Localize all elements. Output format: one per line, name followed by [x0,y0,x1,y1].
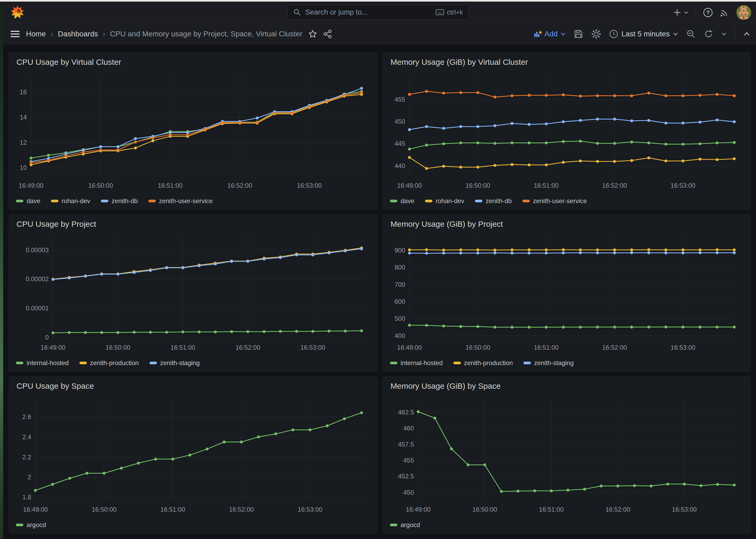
data-point-zenith-user-service[interactable] [64,155,67,157]
data-point-internal-hosted[interactable] [596,326,599,329]
data-point-zenith-staging[interactable] [476,252,479,255]
data-point-zenith-user-service[interactable] [716,93,719,96]
data-point-zenith-staging[interactable] [344,249,347,252]
legend-item-dave[interactable]: dave [16,197,40,205]
data-point-argocd[interactable] [434,417,437,420]
legend-item-zenith-production[interactable]: zenith-production [79,359,139,367]
legend-item-zenith-db[interactable]: zenith-db [101,197,138,205]
data-point-zenith-production[interactable] [425,248,428,251]
legend-item-zenith-staging[interactable]: zenith-staging [150,359,200,367]
data-point-zenith-staging[interactable] [545,252,548,255]
data-point-dave[interactable] [494,142,496,145]
data-point-zenith-user-service[interactable] [562,94,565,96]
data-point-zenith-db[interactable] [562,120,565,123]
panel-title-cpu-by-project[interactable]: CPU Usage by Project [17,220,96,229]
data-point-argocd[interactable] [567,489,569,492]
data-point-zenith-user-service[interactable] [681,94,684,97]
data-point-internal-hosted[interactable] [681,326,684,329]
favorite-star-icon[interactable] [308,30,317,38]
legend-item-zenith-db[interactable]: zenith-db [475,197,512,205]
data-point-zenith-staging[interactable] [494,252,496,254]
share-icon[interactable] [323,30,332,38]
data-point-rohan-dev[interactable] [511,163,514,166]
data-point-argocd[interactable] [417,410,420,413]
data-point-argocd[interactable] [206,448,209,451]
data-point-zenith-staging[interactable] [562,252,565,254]
data-point-zenith-db[interactable] [494,124,496,127]
legend-item-zenith-user-service[interactable]: zenith-user-service [148,197,213,205]
data-point-zenith-user-service[interactable] [733,94,736,97]
data-point-zenith-user-service[interactable] [256,121,258,124]
data-point-argocd[interactable] [500,490,503,493]
data-point-zenith-user-service[interactable] [239,121,241,124]
data-point-internal-hosted[interactable] [360,329,363,332]
data-point-internal-hosted[interactable] [68,331,71,334]
data-point-zenith-user-service[interactable] [511,94,514,97]
data-point-zenith-staging[interactable] [408,252,411,255]
data-point-zenith-staging[interactable] [133,271,136,274]
data-point-argocd[interactable] [137,462,140,465]
data-point-rohan-dev[interactable] [476,166,479,169]
data-point-zenith-user-service[interactable] [169,133,172,136]
data-point-internal-hosted[interactable] [279,330,282,333]
data-point-dave[interactable] [528,141,531,144]
data-point-zenith-staging[interactable] [279,256,282,259]
data-point-zenith-db[interactable] [664,121,667,124]
panel-title-memory-by-space[interactable]: Memory Usage (GiB) by Space [390,382,501,391]
data-point-zenith-staging[interactable] [327,252,330,254]
data-point-internal-hosted[interactable] [198,331,201,334]
data-point-argocd[interactable] [292,428,294,431]
data-point-zenith-production[interactable] [528,249,531,252]
data-point-dave[interactable] [30,157,33,160]
data-point-argocd[interactable] [154,458,157,461]
data-point-zenith-user-service[interactable] [664,94,667,97]
data-point-argocd[interactable] [309,428,311,431]
data-point-rohan-dev[interactable] [442,165,445,168]
data-point-rohan-dev[interactable] [716,158,719,161]
data-point-zenith-db[interactable] [511,122,514,125]
data-point-rohan-dev[interactable] [151,139,154,142]
data-point-argocd[interactable] [650,485,653,488]
data-point-zenith-staging[interactable] [613,252,616,254]
data-point-zenith-production[interactable] [596,249,599,252]
time-range-picker[interactable]: Last 5 minutes [609,30,678,38]
data-point-internal-hosted[interactable] [716,326,719,329]
data-point-zenith-staging[interactable] [733,252,736,254]
data-point-argocd[interactable] [483,463,486,466]
data-point-dave[interactable] [511,141,514,144]
data-point-zenith-staging[interactable] [596,252,599,254]
data-point-rohan-dev[interactable] [630,159,633,162]
data-point-zenith-staging[interactable] [681,252,684,254]
data-point-zenith-user-service[interactable] [545,94,548,97]
data-point-internal-hosted[interactable] [327,330,330,333]
data-point-zenith-user-service[interactable] [459,91,462,94]
data-point-zenith-user-service[interactable] [186,133,189,136]
menu-icon[interactable] [10,30,20,38]
data-point-zenith-user-service[interactable] [134,140,137,143]
data-point-zenith-db[interactable] [408,128,411,131]
search-input[interactable]: Search or jump to... ctrl+k [288,5,468,20]
data-point-internal-hosted[interactable] [116,331,119,334]
dashboard-settings-gear-icon[interactable] [591,29,601,39]
data-point-zenith-staging[interactable] [630,252,633,254]
grafana-logo-icon[interactable] [10,5,25,20]
chart-memory-by-space[interactable]: 450452.5455457.5460462.516:49:0016:50:00… [383,377,750,533]
data-point-dave[interactable] [630,140,633,143]
data-point-argocd[interactable] [240,440,243,443]
data-point-zenith-user-service[interactable] [204,128,207,131]
help-icon[interactable]: ? [703,7,713,18]
data-point-internal-hosted[interactable] [214,331,217,334]
data-point-zenith-production[interactable] [681,249,684,252]
data-point-zenith-user-service[interactable] [476,91,479,94]
data-point-zenith-production[interactable] [562,248,565,251]
panel-title-cpu-by-space[interactable]: CPU Usage by Space [17,382,94,391]
data-point-zenith-staging[interactable] [116,273,119,275]
data-point-internal-hosted[interactable] [230,330,233,333]
data-point-argocd[interactable] [633,484,636,487]
data-point-zenith-user-service[interactable] [630,94,633,97]
chart-cpu-by-project[interactable]: 00.000010.000020.0000316:49:0016:50:0016… [9,215,378,371]
legend-item-internal-hosted[interactable]: internal-hosted [390,359,443,367]
data-point-zenith-user-service[interactable] [442,92,445,95]
data-point-internal-hosted[interactable] [545,326,548,329]
data-point-argocd[interactable] [583,488,586,491]
